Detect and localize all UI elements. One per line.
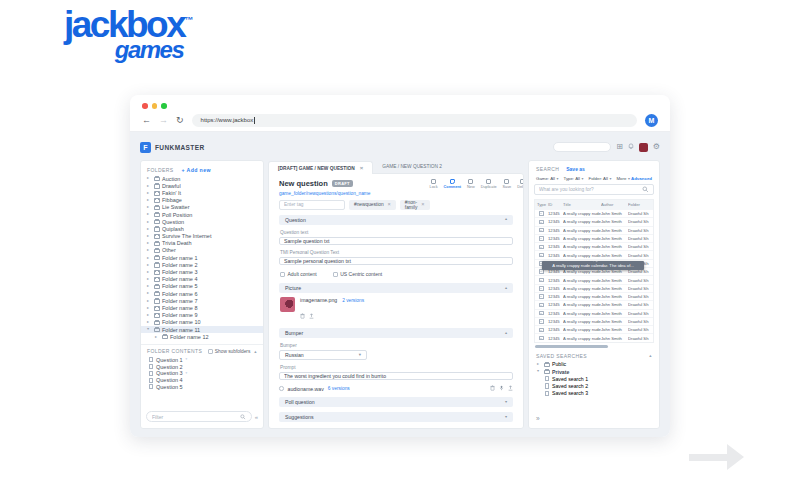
chevron-right-icon[interactable]: ▸	[147, 234, 151, 238]
folder-item[interactable]: ▸ Folder name 2	[141, 261, 263, 268]
folder-item[interactable]: ▸ Folder name 3	[141, 268, 263, 275]
table-row[interactable]: 12345 A really crappy nude ... John Smit…	[535, 325, 653, 333]
chevron-up-icon[interactable]: ▴	[505, 331, 507, 335]
chevron-right-icon[interactable]: ▸	[147, 284, 151, 288]
us-centric-option[interactable]: US Centric content	[333, 271, 382, 277]
chevron-right-icon[interactable]: ▸	[147, 320, 151, 324]
global-search-input[interactable]	[553, 142, 611, 152]
table-row[interactable]: 12345 A really crappy nude ... John Smit…	[535, 317, 653, 325]
table-row[interactable]: 12345 A really crappy nude ... John Smit…	[535, 234, 653, 242]
gear-icon[interactable]: ⚙	[653, 143, 660, 151]
folder-item-selected[interactable]: ▾ Folder name 11	[141, 326, 263, 333]
picture-thumbnail[interactable]	[280, 297, 295, 312]
chevron-right-icon[interactable]: ▸	[147, 198, 151, 202]
saved-folder-private[interactable]: ▾ Private	[534, 368, 654, 375]
folder-item[interactable]: ▸ Folder name 4	[141, 276, 263, 283]
filter-dropdown[interactable]: Game: All ▾	[536, 176, 558, 181]
back-icon[interactable]: ←	[142, 116, 151, 125]
chevron-up-icon[interactable]: ▴	[505, 286, 507, 290]
folder-item[interactable]: ▸ Quiplash	[141, 225, 263, 232]
chevron-right-icon[interactable]: ▸	[147, 306, 151, 310]
toolbar-button[interactable]: Duplicate	[481, 179, 497, 189]
url-bar[interactable]: https://www.jackbox	[192, 114, 637, 127]
minimize-window-icon[interactable]	[152, 103, 158, 109]
chevron-down-icon[interactable]: ▾	[147, 327, 151, 331]
show-subfolders-checkbox[interactable]	[208, 349, 213, 354]
filter-input[interactable]	[152, 414, 240, 420]
section-picture[interactable]: Picture ▴	[279, 283, 513, 293]
editor-tab[interactable]: [DRAFT] GAME / NEW QUESTION ×	[268, 161, 373, 174]
chevron-right-icon[interactable]: ▸	[147, 191, 151, 195]
collapse-section-icon[interactable]: ▴	[649, 353, 652, 358]
us-centric-checkbox[interactable]	[333, 272, 338, 277]
folder-item[interactable]: ▸ Folder name 6	[141, 290, 263, 297]
chevron-right-icon[interactable]: ▸	[147, 263, 151, 267]
question-item[interactable]: Question 5	[141, 384, 263, 391]
adult-content-checkbox[interactable]	[280, 272, 285, 277]
folder-item[interactable]: ▸ Folder name 9	[141, 312, 263, 319]
section-suggestions[interactable]: Suggestions ▾	[279, 412, 513, 422]
toolbar-button[interactable]: New	[467, 179, 475, 189]
chevron-right-icon[interactable]: ▸	[147, 313, 151, 317]
tag-chip[interactable]: #non-family ×	[400, 200, 430, 210]
toolbar-button[interactable]: Save	[503, 179, 512, 189]
section-poll-question[interactable]: Poll question ▾	[279, 397, 513, 407]
delete-icon[interactable]	[300, 305, 305, 323]
question-text-field[interactable]	[279, 237, 513, 245]
search-input[interactable]	[539, 187, 642, 192]
toolbar-button[interactable]: Delete	[517, 179, 524, 189]
add-folder-button[interactable]: + Add new	[181, 167, 211, 173]
table-row[interactable]: 12345 A really crappy nude ... John Smit…	[535, 217, 653, 225]
col-type[interactable]: Type	[535, 202, 548, 207]
scrollbar-thumb[interactable]	[535, 345, 608, 348]
apps-grid-icon[interactable]: ⊞	[616, 143, 623, 151]
table-row[interactable]: 12345 A really crappy nude ... John Smit…	[535, 333, 653, 341]
folder-item[interactable]: ▸ Folder name 8	[141, 304, 263, 311]
audio-versions-link[interactable]: 6 versions	[328, 386, 350, 391]
folder-item[interactable]: ▸ Poll Position	[141, 211, 263, 218]
chevron-right-icon[interactable]: ▸	[147, 256, 151, 260]
table-row[interactable]: 12345 A really crappy nude ... John Smit…	[535, 226, 653, 234]
folder-item[interactable]: ▸ Lie Swatter	[141, 204, 263, 211]
close-window-icon[interactable]	[142, 103, 148, 109]
forward-icon[interactable]: →	[159, 116, 168, 125]
table-row[interactable]: 12345 A really crappy nude ... John Smit…	[535, 309, 653, 317]
table-row[interactable]: 12345 A really crappy nude ... John Smit…	[535, 284, 653, 292]
chevron-down-icon[interactable]: ▾	[505, 415, 507, 419]
saved-folder-public[interactable]: ▸ Public	[534, 361, 654, 368]
chevron-right-icon[interactable]: ▸	[147, 299, 151, 303]
table-row[interactable]: 12345 A really crappy nude ... John Smit…	[535, 292, 653, 300]
saved-search-item[interactable]: Saved search 2	[534, 382, 654, 389]
folder-item[interactable]: ▸ Fakin' It	[141, 189, 263, 196]
folder-item[interactable]: ▸ Survive The Internet	[141, 233, 263, 240]
editor-tab[interactable]: GAME / NEW QUESTION 2	[373, 160, 456, 173]
remove-tag-icon[interactable]: ×	[388, 202, 391, 208]
section-bumper[interactable]: Bumper ▴	[279, 328, 513, 338]
folder-item[interactable]: ▸ Auction	[141, 175, 263, 182]
tag-input[interactable]	[279, 200, 345, 210]
chevron-right-icon[interactable]: ▸	[147, 220, 151, 224]
chevron-up-icon[interactable]: ▴	[505, 217, 507, 221]
folder-item[interactable]: ▸ Trivia Death	[141, 240, 263, 247]
tag-chip[interactable]: #newquestion ×	[349, 200, 396, 210]
table-row[interactable]: 12345 A really crappy nude ... John Smit…	[535, 300, 653, 308]
horizontal-scrollbar[interactable]	[535, 345, 653, 348]
breadcrumb[interactable]: game_folder/newquestions/question_name	[279, 191, 430, 196]
maximize-window-icon[interactable]	[161, 103, 167, 109]
table-row[interactable]: 12345 A really crappy nude ... John Smit…	[535, 242, 653, 250]
question-item[interactable]: Question 4	[141, 377, 263, 384]
chevron-right-icon[interactable]: ▸	[147, 241, 151, 245]
table-row[interactable]: 12345 A really crappy nude ... John Smit…	[535, 209, 653, 217]
workspace-badge[interactable]: F	[140, 142, 151, 153]
folder-item-child[interactable]: ▸ Folder name 12	[141, 333, 263, 340]
folder-item[interactable]: ▸ Folder name 1	[141, 254, 263, 261]
chevron-right-icon[interactable]: ▸	[147, 176, 151, 180]
folder-item[interactable]: ▸ Question	[141, 218, 263, 225]
save-as-link[interactable]: Save as	[566, 166, 585, 172]
chevron-right-icon[interactable]: ▸	[147, 277, 151, 281]
toolbar-button[interactable]: Lock	[430, 179, 438, 189]
folder-item[interactable]: ▸ Drawful	[141, 182, 263, 189]
tmi-field[interactable]	[279, 257, 513, 265]
prompt-field[interactable]	[279, 372, 513, 380]
chevron-right-icon[interactable]: ▸	[147, 270, 151, 274]
